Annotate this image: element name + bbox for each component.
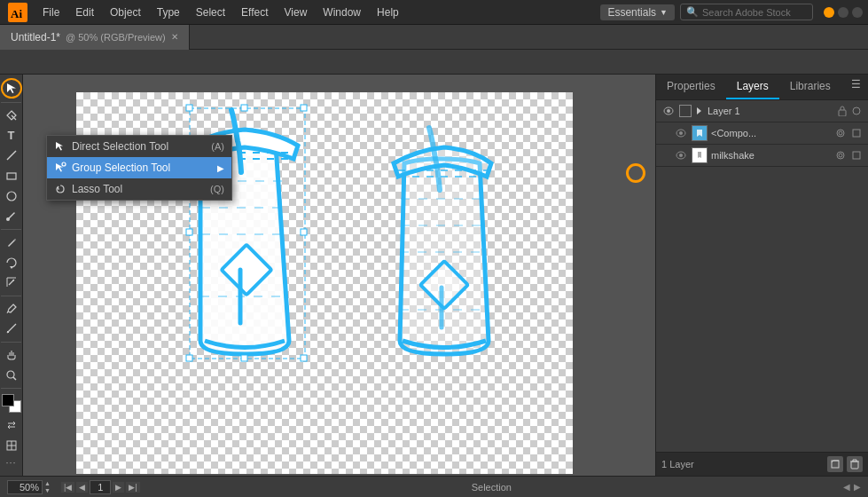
- delete-layer-button[interactable]: [847, 456, 863, 472]
- symbol-tool-button[interactable]: [2, 436, 21, 454]
- compo-visibility-toggle[interactable]: [674, 126, 688, 140]
- type-tool-button[interactable]: T: [2, 126, 21, 145]
- hand-icon: [5, 349, 18, 361]
- layer1-lock-button[interactable]: [836, 105, 848, 117]
- next-page-button[interactable]: ▶: [113, 482, 124, 493]
- rotate-tool-button[interactable]: [2, 253, 21, 272]
- layer1-options-button[interactable]: [850, 105, 863, 117]
- panel-menu-button[interactable]: ☰: [844, 75, 868, 99]
- menu-edit[interactable]: Edit: [68, 4, 101, 21]
- zoom-up-button[interactable]: ▲: [44, 480, 51, 486]
- line-icon: [5, 149, 18, 162]
- pencil-tool-button[interactable]: [2, 233, 21, 252]
- search-icon: 🔍: [686, 6, 699, 18]
- pen-tool-button[interactable]: [2, 106, 21, 125]
- menu-select[interactable]: Select: [189, 4, 232, 21]
- eye-icon-milkshake: [676, 151, 686, 160]
- svg-rect-41: [186, 229, 192, 235]
- more-tools-button[interactable]: ···: [5, 456, 16, 472]
- target-icon-2: [836, 151, 845, 160]
- layers-panel-content: Layer 1: [656, 100, 868, 452]
- orange-circle-indicator: [626, 163, 645, 183]
- last-page-button[interactable]: ▶|: [126, 482, 139, 493]
- lasso-label: Lasso Tool: [72, 183, 122, 195]
- maximize-button[interactable]: [838, 7, 848, 18]
- menu-view[interactable]: View: [278, 4, 315, 21]
- milkshake-name: milkshake: [711, 150, 831, 161]
- menu-window[interactable]: Window: [316, 4, 368, 21]
- menu-file[interactable]: File: [35, 4, 66, 21]
- group-selection-tool-item[interactable]: Group Selection Tool ▶: [47, 157, 231, 178]
- workspace-switcher[interactable]: Essentials ▼: [600, 4, 675, 20]
- milkshake-target-button[interactable]: [834, 149, 847, 162]
- milkshake-thumbnail: [692, 147, 708, 163]
- tab-libraries[interactable]: Libraries: [779, 75, 841, 99]
- layer1-visibility-toggle[interactable]: [661, 104, 676, 118]
- zoom-stepper[interactable]: ▲ ▼: [44, 480, 51, 493]
- svg-rect-45: [839, 110, 846, 116]
- group-selection-arrow-icon: ▶: [217, 163, 224, 173]
- svg-rect-42: [301, 229, 307, 235]
- toolbar-divider-3: [1, 296, 21, 296]
- tab-layers[interactable]: Layers: [726, 75, 779, 99]
- compo-target-button[interactable]: [834, 127, 847, 139]
- zoom-down-button[interactable]: ▼: [44, 487, 51, 493]
- page-input[interactable]: [90, 480, 111, 494]
- svg-point-46: [853, 107, 860, 114]
- app-logo: Ai: [5, 0, 30, 25]
- tab-properties[interactable]: Properties: [656, 75, 726, 99]
- brush-tool-button[interactable]: [2, 207, 21, 225]
- shape-tool-button[interactable]: [2, 167, 21, 185]
- menu-effect[interactable]: Effect: [234, 4, 275, 21]
- new-layer-button[interactable]: [827, 456, 843, 472]
- close-button[interactable]: [852, 7, 863, 18]
- zoom-control[interactable]: ▲ ▼: [7, 480, 51, 494]
- tab-subtitle: @ 50% (RGB/Preview): [66, 32, 166, 43]
- layer1-expand-icon[interactable]: [697, 107, 704, 114]
- selection-tool-button[interactable]: [1, 78, 22, 99]
- menu-object[interactable]: Object: [103, 4, 148, 21]
- sublayer-milkshake-row[interactable]: milkshake: [656, 145, 868, 167]
- compo-layer-icon[interactable]: [850, 127, 863, 139]
- sublayer-compo-row[interactable]: <Compo...: [656, 122, 868, 145]
- menu-help[interactable]: Help: [370, 4, 406, 21]
- hand-tool-button[interactable]: [2, 346, 21, 365]
- first-page-button[interactable]: |◀: [61, 482, 74, 493]
- status-prev-icon[interactable]: ◀: [843, 482, 850, 492]
- direct-selection-label: Direct Selection Tool: [72, 140, 168, 153]
- lasso-tool-item[interactable]: Lasso Tool (Q): [47, 178, 231, 200]
- milkshake-visibility-toggle[interactable]: [674, 148, 688, 162]
- tool-name-label: Selection: [472, 482, 512, 493]
- toolbar-divider-4: [1, 342, 21, 343]
- tab-close-button[interactable]: ✕: [171, 32, 178, 42]
- document-tab[interactable]: Untitled-1* @ 50% (RGB/Preview) ✕: [0, 25, 190, 50]
- scale-tool-button[interactable]: [2, 273, 21, 292]
- direct-selection-tool-item[interactable]: Direct Selection Tool (A): [47, 136, 231, 157]
- measure-tool-button[interactable]: [2, 320, 21, 338]
- fill-stroke-selector[interactable]: [2, 394, 21, 413]
- status-next-icon[interactable]: ▶: [854, 482, 861, 492]
- minimize-button[interactable]: [824, 7, 834, 18]
- layer1-row[interactable]: Layer 1: [656, 100, 868, 122]
- menu-type[interactable]: Type: [150, 4, 187, 21]
- milkshake-layer-icon[interactable]: [850, 149, 863, 162]
- right-panel: Properties Layers Libraries ☰ Layer 1: [655, 75, 868, 476]
- svg-rect-36: [301, 105, 307, 111]
- zoom-input[interactable]: [7, 480, 43, 494]
- cup2-group[interactable]: [394, 128, 491, 354]
- square-icon: [852, 129, 861, 138]
- canvas-area: Direct Selection Tool (A) Group Selectio…: [23, 75, 655, 476]
- search-box[interactable]: 🔍: [680, 4, 813, 20]
- page-navigator: |◀ ◀ ▶ ▶|: [61, 480, 140, 494]
- line-tool-button[interactable]: [2, 146, 21, 165]
- eye-icon-compo: [676, 129, 686, 138]
- zoom-tool-button[interactable]: [2, 366, 21, 384]
- search-input[interactable]: [702, 7, 800, 18]
- ellipse-tool-button[interactable]: [2, 186, 21, 205]
- tool-dropdown-menu: Direct Selection Tool (A) Group Selectio…: [46, 135, 232, 201]
- brush-icon: [5, 209, 18, 222]
- eyedropper-tool-button[interactable]: [2, 300, 21, 319]
- menubar: Ai File Edit Object Type Select Effect V…: [0, 0, 868, 25]
- prev-page-button[interactable]: ◀: [76, 482, 88, 493]
- swap-fill-stroke-button[interactable]: [2, 416, 21, 435]
